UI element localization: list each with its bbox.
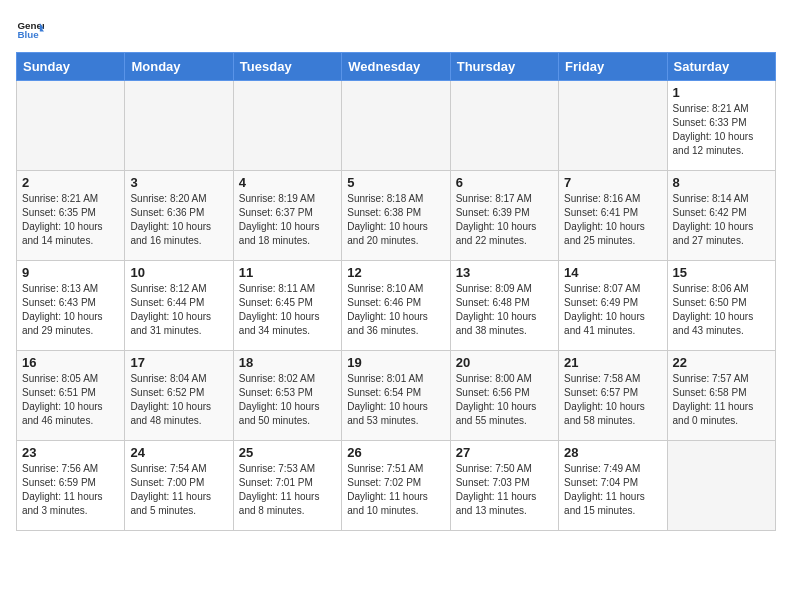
- day-info: Sunrise: 8:10 AM Sunset: 6:46 PM Dayligh…: [347, 282, 444, 338]
- day-cell: 19Sunrise: 8:01 AM Sunset: 6:54 PM Dayli…: [342, 351, 450, 441]
- header-row: SundayMondayTuesdayWednesdayThursdayFrid…: [17, 53, 776, 81]
- day-cell: 23Sunrise: 7:56 AM Sunset: 6:59 PM Dayli…: [17, 441, 125, 531]
- day-info: Sunrise: 7:56 AM Sunset: 6:59 PM Dayligh…: [22, 462, 119, 518]
- day-number: 5: [347, 175, 444, 190]
- day-info: Sunrise: 7:58 AM Sunset: 6:57 PM Dayligh…: [564, 372, 661, 428]
- header-cell-sunday: Sunday: [17, 53, 125, 81]
- day-cell: 26Sunrise: 7:51 AM Sunset: 7:02 PM Dayli…: [342, 441, 450, 531]
- day-info: Sunrise: 7:49 AM Sunset: 7:04 PM Dayligh…: [564, 462, 661, 518]
- day-number: 16: [22, 355, 119, 370]
- week-row-5: 23Sunrise: 7:56 AM Sunset: 6:59 PM Dayli…: [17, 441, 776, 531]
- day-number: 21: [564, 355, 661, 370]
- day-number: 4: [239, 175, 336, 190]
- day-info: Sunrise: 8:21 AM Sunset: 6:33 PM Dayligh…: [673, 102, 770, 158]
- day-info: Sunrise: 8:07 AM Sunset: 6:49 PM Dayligh…: [564, 282, 661, 338]
- day-number: 6: [456, 175, 553, 190]
- day-info: Sunrise: 8:14 AM Sunset: 6:42 PM Dayligh…: [673, 192, 770, 248]
- day-info: Sunrise: 8:06 AM Sunset: 6:50 PM Dayligh…: [673, 282, 770, 338]
- day-cell: 6Sunrise: 8:17 AM Sunset: 6:39 PM Daylig…: [450, 171, 558, 261]
- day-cell: 21Sunrise: 7:58 AM Sunset: 6:57 PM Dayli…: [559, 351, 667, 441]
- day-number: 27: [456, 445, 553, 460]
- day-number: 24: [130, 445, 227, 460]
- day-cell: 28Sunrise: 7:49 AM Sunset: 7:04 PM Dayli…: [559, 441, 667, 531]
- day-cell: 12Sunrise: 8:10 AM Sunset: 6:46 PM Dayli…: [342, 261, 450, 351]
- header-cell-tuesday: Tuesday: [233, 53, 341, 81]
- header-cell-friday: Friday: [559, 53, 667, 81]
- header-cell-saturday: Saturday: [667, 53, 775, 81]
- day-number: 22: [673, 355, 770, 370]
- day-number: 12: [347, 265, 444, 280]
- day-cell: [233, 81, 341, 171]
- calendar-table: SundayMondayTuesdayWednesdayThursdayFrid…: [16, 52, 776, 531]
- day-cell: 17Sunrise: 8:04 AM Sunset: 6:52 PM Dayli…: [125, 351, 233, 441]
- day-info: Sunrise: 7:57 AM Sunset: 6:58 PM Dayligh…: [673, 372, 770, 428]
- day-number: 10: [130, 265, 227, 280]
- day-cell: 15Sunrise: 8:06 AM Sunset: 6:50 PM Dayli…: [667, 261, 775, 351]
- header-cell-thursday: Thursday: [450, 53, 558, 81]
- week-row-3: 9Sunrise: 8:13 AM Sunset: 6:43 PM Daylig…: [17, 261, 776, 351]
- page-header: General Blue: [16, 16, 776, 44]
- day-info: Sunrise: 8:01 AM Sunset: 6:54 PM Dayligh…: [347, 372, 444, 428]
- day-number: 28: [564, 445, 661, 460]
- day-number: 3: [130, 175, 227, 190]
- day-info: Sunrise: 8:21 AM Sunset: 6:35 PM Dayligh…: [22, 192, 119, 248]
- day-number: 7: [564, 175, 661, 190]
- day-info: Sunrise: 8:02 AM Sunset: 6:53 PM Dayligh…: [239, 372, 336, 428]
- day-number: 25: [239, 445, 336, 460]
- day-info: Sunrise: 7:51 AM Sunset: 7:02 PM Dayligh…: [347, 462, 444, 518]
- day-info: Sunrise: 8:09 AM Sunset: 6:48 PM Dayligh…: [456, 282, 553, 338]
- day-number: 23: [22, 445, 119, 460]
- day-number: 26: [347, 445, 444, 460]
- day-info: Sunrise: 8:17 AM Sunset: 6:39 PM Dayligh…: [456, 192, 553, 248]
- day-info: Sunrise: 8:11 AM Sunset: 6:45 PM Dayligh…: [239, 282, 336, 338]
- day-cell: 8Sunrise: 8:14 AM Sunset: 6:42 PM Daylig…: [667, 171, 775, 261]
- day-number: 2: [22, 175, 119, 190]
- week-row-1: 1Sunrise: 8:21 AM Sunset: 6:33 PM Daylig…: [17, 81, 776, 171]
- day-number: 19: [347, 355, 444, 370]
- logo-icon: General Blue: [16, 16, 44, 44]
- day-info: Sunrise: 7:54 AM Sunset: 7:00 PM Dayligh…: [130, 462, 227, 518]
- day-cell: 25Sunrise: 7:53 AM Sunset: 7:01 PM Dayli…: [233, 441, 341, 531]
- day-number: 11: [239, 265, 336, 280]
- day-cell: 18Sunrise: 8:02 AM Sunset: 6:53 PM Dayli…: [233, 351, 341, 441]
- day-info: Sunrise: 8:12 AM Sunset: 6:44 PM Dayligh…: [130, 282, 227, 338]
- week-row-4: 16Sunrise: 8:05 AM Sunset: 6:51 PM Dayli…: [17, 351, 776, 441]
- day-cell: [559, 81, 667, 171]
- header-cell-monday: Monday: [125, 53, 233, 81]
- day-cell: 2Sunrise: 8:21 AM Sunset: 6:35 PM Daylig…: [17, 171, 125, 261]
- week-row-2: 2Sunrise: 8:21 AM Sunset: 6:35 PM Daylig…: [17, 171, 776, 261]
- day-info: Sunrise: 8:19 AM Sunset: 6:37 PM Dayligh…: [239, 192, 336, 248]
- day-number: 18: [239, 355, 336, 370]
- day-info: Sunrise: 8:18 AM Sunset: 6:38 PM Dayligh…: [347, 192, 444, 248]
- day-cell: 5Sunrise: 8:18 AM Sunset: 6:38 PM Daylig…: [342, 171, 450, 261]
- day-info: Sunrise: 8:16 AM Sunset: 6:41 PM Dayligh…: [564, 192, 661, 248]
- day-cell: 27Sunrise: 7:50 AM Sunset: 7:03 PM Dayli…: [450, 441, 558, 531]
- day-number: 8: [673, 175, 770, 190]
- day-cell: [667, 441, 775, 531]
- day-info: Sunrise: 8:13 AM Sunset: 6:43 PM Dayligh…: [22, 282, 119, 338]
- day-info: Sunrise: 7:50 AM Sunset: 7:03 PM Dayligh…: [456, 462, 553, 518]
- day-cell: 13Sunrise: 8:09 AM Sunset: 6:48 PM Dayli…: [450, 261, 558, 351]
- day-cell: 4Sunrise: 8:19 AM Sunset: 6:37 PM Daylig…: [233, 171, 341, 261]
- day-cell: 22Sunrise: 7:57 AM Sunset: 6:58 PM Dayli…: [667, 351, 775, 441]
- day-cell: 16Sunrise: 8:05 AM Sunset: 6:51 PM Dayli…: [17, 351, 125, 441]
- day-number: 20: [456, 355, 553, 370]
- logo: General Blue: [16, 16, 48, 44]
- day-info: Sunrise: 8:20 AM Sunset: 6:36 PM Dayligh…: [130, 192, 227, 248]
- day-cell: 9Sunrise: 8:13 AM Sunset: 6:43 PM Daylig…: [17, 261, 125, 351]
- day-info: Sunrise: 8:05 AM Sunset: 6:51 PM Dayligh…: [22, 372, 119, 428]
- day-info: Sunrise: 8:04 AM Sunset: 6:52 PM Dayligh…: [130, 372, 227, 428]
- day-cell: 7Sunrise: 8:16 AM Sunset: 6:41 PM Daylig…: [559, 171, 667, 261]
- day-cell: [450, 81, 558, 171]
- day-number: 14: [564, 265, 661, 280]
- day-cell: [342, 81, 450, 171]
- day-cell: 20Sunrise: 8:00 AM Sunset: 6:56 PM Dayli…: [450, 351, 558, 441]
- day-info: Sunrise: 8:00 AM Sunset: 6:56 PM Dayligh…: [456, 372, 553, 428]
- day-cell: 10Sunrise: 8:12 AM Sunset: 6:44 PM Dayli…: [125, 261, 233, 351]
- header-cell-wednesday: Wednesday: [342, 53, 450, 81]
- day-cell: [17, 81, 125, 171]
- day-cell: 24Sunrise: 7:54 AM Sunset: 7:00 PM Dayli…: [125, 441, 233, 531]
- svg-text:Blue: Blue: [17, 29, 39, 40]
- day-cell: 3Sunrise: 8:20 AM Sunset: 6:36 PM Daylig…: [125, 171, 233, 261]
- day-number: 15: [673, 265, 770, 280]
